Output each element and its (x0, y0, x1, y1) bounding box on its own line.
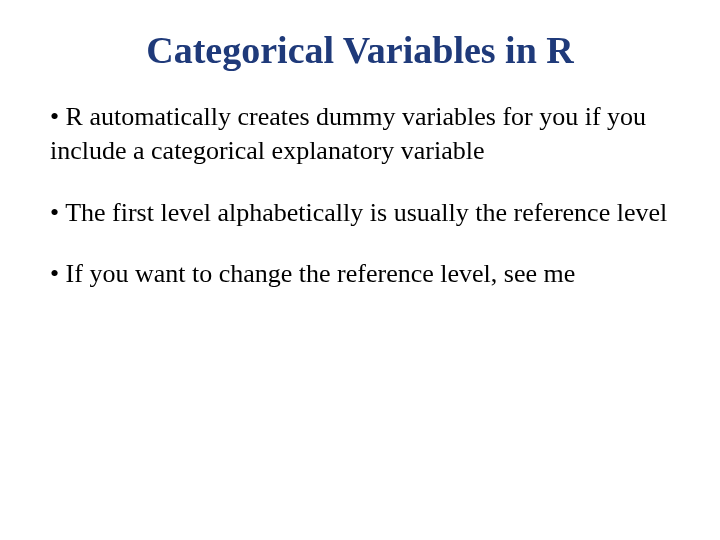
bullet-marker-icon: • (50, 198, 59, 227)
bullet-item: • If you want to change the reference le… (50, 257, 670, 291)
bullet-list: • R automatically creates dummy variable… (50, 100, 670, 291)
bullet-item: • The first level alphabetically is usua… (50, 196, 670, 230)
bullet-text: If you want to change the reference leve… (66, 259, 576, 288)
bullet-text: The first level alphabetically is usuall… (65, 198, 667, 227)
bullet-item: • R automatically creates dummy variable… (50, 100, 670, 168)
bullet-text: R automatically creates dummy variables … (50, 102, 646, 165)
slide-title: Categorical Variables in R (50, 28, 670, 72)
bullet-marker-icon: • (50, 102, 59, 131)
bullet-marker-icon: • (50, 259, 59, 288)
